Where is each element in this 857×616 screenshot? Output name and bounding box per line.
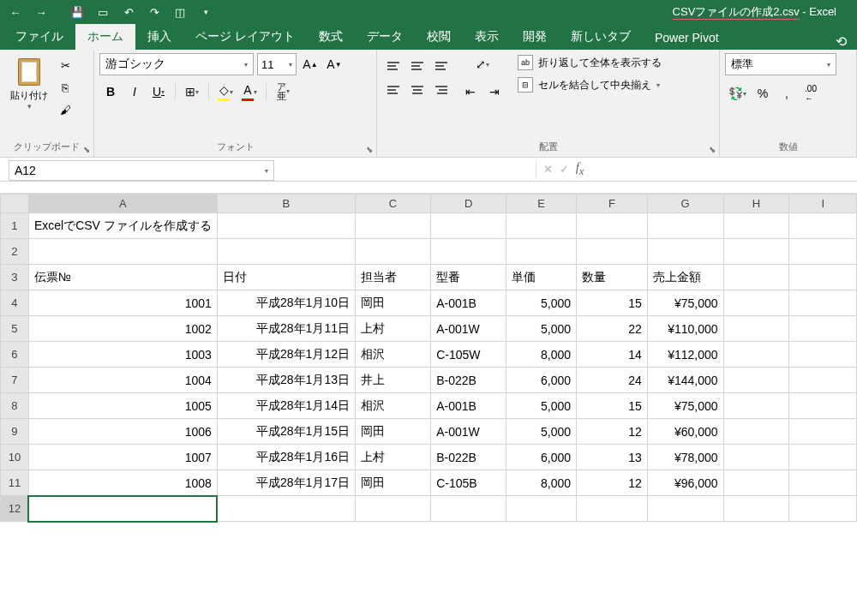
cell[interactable]: 1008 [28, 470, 217, 496]
cell[interactable]: B-022B [431, 445, 506, 470]
cell[interactable]: 平成28年1月10日 [217, 290, 355, 316]
cell[interactable] [431, 213, 506, 239]
cancel-formula-icon[interactable]: ✕ [543, 163, 553, 176]
decrease-font-icon[interactable]: A▼ [324, 54, 345, 75]
align-right-icon[interactable] [430, 79, 452, 101]
cell[interactable]: C-105B [431, 470, 506, 496]
cell[interactable]: 13 [577, 445, 648, 470]
align-launcher-icon[interactable]: ⬊ [709, 145, 716, 154]
spreadsheet-grid[interactable]: ABCDEFGHI1ExcelでCSV ファイルを作成する23伝票№日付担当者型… [0, 194, 857, 522]
cell[interactable]: 数量 [577, 265, 648, 290]
formula-input[interactable] [590, 158, 857, 181]
cell[interactable] [723, 496, 789, 522]
fx-icon[interactable]: fx [576, 160, 584, 178]
row-header[interactable]: 5 [1, 316, 29, 342]
cell[interactable] [723, 290, 789, 316]
cell[interactable] [789, 265, 857, 290]
cell[interactable] [723, 419, 789, 445]
tab-data[interactable]: データ [355, 24, 415, 50]
font-name-select[interactable]: 游ゴシック▾ [99, 53, 254, 75]
cell[interactable]: 1001 [28, 290, 217, 316]
cell[interactable]: 14 [577, 342, 648, 368]
col-header[interactable]: B [217, 194, 355, 213]
save-icon[interactable]: 💾 [65, 2, 89, 22]
cell[interactable] [577, 213, 648, 239]
row-header[interactable]: 8 [1, 393, 29, 419]
cell[interactable] [217, 496, 355, 522]
clear-icon[interactable]: ◫ [168, 2, 192, 22]
tab-view[interactable]: 表示 [463, 24, 511, 50]
cell[interactable]: C-105W [431, 342, 506, 368]
cell[interactable] [506, 496, 577, 522]
cell[interactable]: 1004 [28, 368, 217, 393]
cell[interactable]: 担当者 [355, 265, 430, 290]
cell[interactable]: 24 [577, 368, 648, 393]
border-button[interactable]: ⊞ ▾ [181, 81, 203, 103]
increase-indent-icon[interactable]: ⇥ [483, 81, 506, 103]
qat-more-icon[interactable]: ▾ [194, 2, 218, 22]
ruby-button[interactable]: ア 亜 ▾ [272, 81, 294, 103]
font-launcher-icon[interactable]: ⬊ [366, 145, 373, 154]
cell[interactable]: ExcelでCSV ファイルを作成する [28, 213, 217, 239]
cell[interactable] [577, 239, 648, 265]
cell[interactable]: 相沢 [355, 393, 430, 419]
tab-dev[interactable]: 開発 [511, 24, 559, 50]
increase-decimal-icon[interactable]: .00← [800, 82, 822, 105]
cell[interactable]: 岡田 [355, 470, 430, 496]
row-header[interactable]: 3 [1, 265, 29, 290]
cell[interactable]: 5,000 [506, 419, 577, 445]
decrease-indent-icon[interactable]: ⇤ [459, 81, 482, 103]
currency-button[interactable]: 💱 ▾ [725, 82, 750, 105]
cell[interactable] [506, 239, 577, 265]
cell[interactable]: 15 [577, 290, 648, 316]
cell[interactable]: 平成28年1月12日 [217, 342, 355, 368]
cell[interactable] [647, 239, 723, 265]
cell[interactable]: 伝票№ [28, 265, 217, 290]
italic-button[interactable]: I [123, 81, 146, 103]
paste-button[interactable]: 貼り付け ▾ [5, 53, 53, 112]
col-header[interactable]: H [723, 194, 789, 213]
cell[interactable]: ¥110,000 [647, 316, 723, 342]
cell[interactable]: 8,000 [506, 342, 577, 368]
tab-layout[interactable]: ページ レイアウト [183, 24, 307, 50]
col-header[interactable]: E [506, 194, 577, 213]
cell[interactable] [647, 496, 723, 522]
cell[interactable]: 上村 [355, 316, 430, 342]
wrap-text-button[interactable]: ab 折り返して全体を表示する [514, 53, 665, 72]
cell[interactable] [28, 239, 217, 265]
cell[interactable] [355, 496, 430, 522]
cell[interactable]: 平成28年1月16日 [217, 445, 355, 470]
tab-powerpivot[interactable]: Power Pivot [643, 26, 731, 50]
merge-center-button[interactable]: ⊟ セルを結合して中央揃え ▾ [514, 75, 665, 94]
cell[interactable]: ¥96,000 [647, 470, 723, 496]
cell[interactable] [723, 316, 789, 342]
copy-icon[interactable]: ⎘ [57, 79, 74, 96]
cell[interactable]: ¥78,000 [647, 445, 723, 470]
bold-button[interactable]: B [99, 81, 122, 103]
cell[interactable]: 平成28年1月13日 [217, 368, 355, 393]
cell[interactable] [789, 496, 857, 522]
row-header[interactable]: 4 [1, 290, 29, 316]
row-header[interactable]: 6 [1, 342, 29, 368]
align-middle-icon[interactable] [406, 55, 428, 77]
cell[interactable] [723, 445, 789, 470]
cell[interactable]: 日付 [217, 265, 355, 290]
row-header[interactable]: 1 [1, 213, 29, 239]
cell[interactable] [723, 239, 789, 265]
tab-file[interactable]: ファイル [3, 24, 75, 50]
cell[interactable]: 岡田 [355, 419, 430, 445]
cell[interactable] [723, 342, 789, 368]
cell[interactable] [28, 496, 217, 522]
refresh-icon[interactable]: ⟲ [836, 33, 847, 50]
cell[interactable]: A-001B [431, 393, 506, 419]
cell[interactable]: B-022B [431, 368, 506, 393]
cell[interactable] [789, 342, 857, 368]
tab-review[interactable]: 校閲 [415, 24, 463, 50]
cell[interactable] [789, 239, 857, 265]
orientation-button[interactable]: ⤢ ▾ [459, 53, 506, 75]
cell[interactable]: ¥60,000 [647, 419, 723, 445]
cell[interactable]: 1007 [28, 445, 217, 470]
cell[interactable] [723, 265, 789, 290]
accept-formula-icon[interactable]: ✓ [560, 163, 569, 176]
format-painter-icon[interactable]: 🖌 [57, 101, 74, 118]
